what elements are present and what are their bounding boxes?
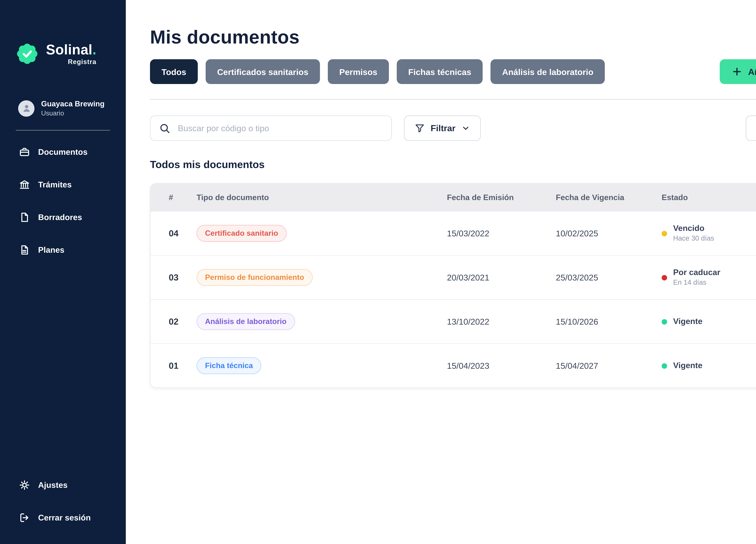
sidebar-item-tramites[interactable]: Trámites [10, 173, 116, 197]
status-dot-red [662, 275, 667, 280]
page-title: Mis documentos [150, 27, 756, 48]
funnel-icon [414, 123, 425, 134]
status-cell: Vigente [662, 360, 756, 371]
status-dot-green [662, 319, 667, 324]
column-header-emision: Fecha de Emisión [447, 193, 556, 202]
search-icon [159, 122, 171, 134]
plus-icon [732, 67, 742, 77]
status-sublabel: En 14 días [673, 278, 720, 287]
sort-left: Ordenar [755, 123, 756, 134]
row-number: 01 [160, 361, 197, 370]
sidebar-item-cerrar-sesion[interactable]: Cerrar sesión [10, 505, 116, 529]
user-name: Guayaca Brewing [41, 99, 105, 109]
tab-analisis-laboratorio[interactable]: Análisis de laboratorio [491, 59, 605, 84]
brand-name: Solinal. [46, 43, 96, 57]
logout-icon [18, 511, 30, 523]
fecha-emision: 15/03/2022 [447, 229, 556, 238]
document-type-badge: Certificado sanitario [197, 225, 287, 242]
table-header: # Tipo de documento Fecha de Emisión Fec… [151, 184, 756, 211]
file-icon [18, 211, 30, 223]
user-profile: Guayaca Brewing Usuario [18, 99, 126, 118]
main-content: Mis documentos Todos Certificados sanita… [126, 0, 756, 544]
filter-tabs: Todos Certificados sanitarios Permisos F… [150, 59, 720, 84]
user-info: Guayaca Brewing Usuario [41, 99, 105, 118]
add-document-label: Añadir documento [748, 67, 756, 77]
status-cell: Vigente [662, 316, 756, 327]
sidebar: Solinal. Registra Guayaca Brewing Usuari… [0, 0, 126, 544]
sidebar-divider [16, 130, 110, 130]
sidebar-item-label: Planes [38, 246, 64, 255]
fecha-emision: 15/04/2023 [447, 361, 556, 370]
column-header-tipo: Tipo de documento [197, 193, 447, 202]
sort-icon [755, 123, 756, 134]
fecha-vigencia: 25/03/2025 [556, 272, 662, 282]
status-dot-yellow [662, 231, 667, 236]
table-row: 04 Certificado sanitario 15/03/2022 10/0… [151, 211, 756, 255]
tab-todos[interactable]: Todos [150, 59, 198, 84]
status-dot-green [662, 363, 667, 368]
table-row: 01 Ficha técnica 15/04/2023 15/04/2027 V… [151, 343, 756, 387]
sidebar-item-ajustes[interactable]: Ajustes [10, 473, 116, 497]
fecha-vigencia: 15/10/2026 [556, 317, 662, 326]
brand-name-text: Solinal [46, 41, 92, 57]
brand: Solinal. Registra [15, 41, 126, 67]
sidebar-nav: Documentos Trámites Borr [0, 140, 126, 262]
sidebar-item-label: Documentos [38, 148, 88, 157]
app-window: Solinal. Registra Guayaca Brewing Usuari… [0, 0, 756, 544]
brand-dot: . [92, 41, 96, 57]
status-cell: Vencido Hace 30 días [662, 224, 756, 243]
add-document-button[interactable]: Añadir documento [720, 59, 756, 84]
fecha-vigencia: 10/02/2025 [556, 229, 662, 238]
sidebar-item-documentos[interactable]: Documentos [10, 140, 116, 164]
sidebar-item-label: Borradores [38, 213, 82, 222]
header-divider [150, 99, 756, 100]
sidebar-footer: Ajustes Cerrar sesión [0, 473, 126, 529]
brand-seal-check-icon [15, 41, 40, 67]
sidebar-item-borradores[interactable]: Borradores [10, 205, 116, 230]
row-number: 04 [160, 229, 197, 238]
toolbar: Filtrar Ordenar [150, 116, 756, 141]
status-label: Vencido [673, 224, 714, 234]
user-role: Usuario [41, 109, 105, 118]
tabs-row: Todos Certificados sanitarios Permisos F… [150, 59, 756, 84]
row-number: 03 [160, 272, 197, 282]
tab-certificados-sanitarios[interactable]: Certificados sanitarios [206, 59, 320, 84]
gear-icon [18, 479, 30, 491]
document-type-badge: Análisis de laboratorio [197, 313, 295, 330]
brand-text: Solinal. Registra [46, 43, 96, 65]
chevron-down-icon [461, 123, 471, 133]
fecha-vigencia: 15/04/2027 [556, 361, 662, 370]
table-row: 02 Análisis de laboratorio 13/10/2022 15… [151, 299, 756, 343]
status-label: Por caducar [673, 268, 720, 278]
tab-permisos[interactable]: Permisos [328, 59, 389, 84]
sort-button[interactable]: Ordenar [746, 116, 756, 141]
sidebar-item-label: Cerrar sesión [38, 513, 91, 522]
bank-icon [18, 179, 30, 191]
status-label: Vigente [673, 360, 702, 371]
search-input[interactable] [177, 123, 383, 134]
status-cell: Por caducar En 14 días [662, 268, 756, 287]
avatar [18, 100, 34, 117]
document-type-badge: Ficha técnica [197, 357, 261, 374]
documents-table: # Tipo de documento Fecha de Emisión Fec… [150, 183, 756, 388]
sidebar-item-label: Trámites [38, 180, 72, 189]
section-title: Todos mis documentos [150, 159, 756, 171]
row-number: 02 [160, 317, 197, 326]
briefcase-icon [18, 146, 30, 158]
brand-subtitle: Registra [46, 58, 96, 65]
column-header-num: # [160, 193, 197, 202]
column-header-vigencia: Fecha de Vigencia [556, 193, 662, 202]
document-icon [18, 244, 30, 256]
column-header-estado: Estado [662, 193, 756, 202]
tab-fichas-tecnicas[interactable]: Fichas técnicas [397, 59, 483, 84]
filter-label: Filtrar [431, 123, 455, 133]
status-label: Vigente [673, 316, 702, 327]
fecha-emision: 20/03/2021 [447, 272, 556, 282]
search-box[interactable] [150, 116, 392, 141]
document-type-badge: Permiso de funcionamiento [197, 269, 313, 286]
filter-button[interactable]: Filtrar [404, 116, 481, 141]
sidebar-item-label: Ajustes [38, 480, 68, 489]
sidebar-item-planes[interactable]: Planes [10, 238, 116, 262]
status-sublabel: Hace 30 días [673, 234, 714, 243]
fecha-emision: 13/10/2022 [447, 317, 556, 326]
